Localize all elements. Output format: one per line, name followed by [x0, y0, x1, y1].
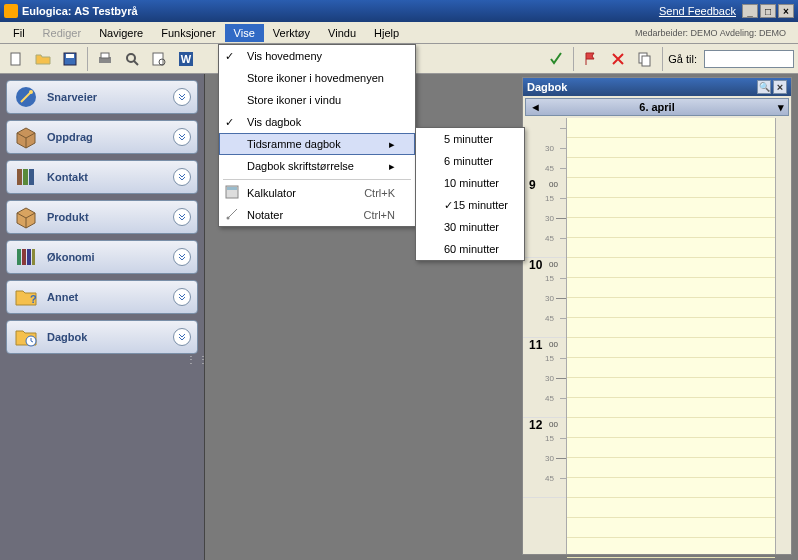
- svg-point-5: [127, 54, 135, 62]
- sidebar-item-oppdrag[interactable]: Oppdrag: [6, 120, 198, 154]
- open-icon[interactable]: [31, 47, 55, 71]
- time-slot[interactable]: [567, 178, 775, 198]
- menu-funksjoner[interactable]: Funksjoner: [152, 24, 224, 42]
- menu-item-label: Store ikoner i vindu: [247, 94, 341, 106]
- menu-item-tidsramme-dagbok[interactable]: Tidsramme dagbok▸: [219, 133, 415, 155]
- time-slot[interactable]: [567, 518, 775, 538]
- check-icon[interactable]: [544, 47, 568, 71]
- time-slot[interactable]: [567, 278, 775, 298]
- svg-rect-25: [227, 187, 237, 190]
- sidebar-item-annet[interactable]: ? Annet: [6, 280, 198, 314]
- menu-verktoy[interactable]: Verktøy: [264, 24, 319, 42]
- date-dropdown-icon[interactable]: ▾: [778, 101, 784, 114]
- delete-icon[interactable]: [606, 47, 630, 71]
- find-icon[interactable]: [147, 47, 171, 71]
- time-slot[interactable]: [567, 218, 775, 238]
- menu-item-label: Kalkulator: [247, 187, 296, 199]
- menu-item-store-ikoner-i-hovedmenyen[interactable]: Store ikoner i hovedmenyen: [219, 67, 415, 89]
- flag-icon[interactable]: [579, 47, 603, 71]
- preview-icon[interactable]: [120, 47, 144, 71]
- time-slot[interactable]: [567, 258, 775, 278]
- menu-vindu[interactable]: Vindu: [319, 24, 365, 42]
- time-slot[interactable]: [567, 138, 775, 158]
- chevron-down-icon: [173, 288, 191, 306]
- sidebar-item-produkt[interactable]: Produkt: [6, 200, 198, 234]
- time-slot[interactable]: [567, 398, 775, 418]
- hour-gutter: 3045900153045100015304511001530451200153…: [523, 118, 567, 554]
- menu-vise[interactable]: Vise: [225, 24, 264, 42]
- close-button[interactable]: ×: [778, 4, 794, 18]
- shortcut-label: Ctrl+K: [364, 187, 395, 199]
- minimize-button[interactable]: _: [742, 4, 758, 18]
- menu-bar: Fil Rediger Navigere Funksjoner Vise Ver…: [0, 22, 798, 44]
- maximize-button[interactable]: □: [760, 4, 776, 18]
- folder-clock-icon: [13, 324, 39, 350]
- send-feedback-link[interactable]: Send Feedback: [659, 5, 736, 17]
- word-icon[interactable]: W: [174, 47, 198, 71]
- books2-icon: [13, 244, 39, 270]
- date-prev-icon[interactable]: ◄: [530, 101, 541, 113]
- time-slot[interactable]: [567, 358, 775, 378]
- time-slot[interactable]: [567, 378, 775, 398]
- menu-hjelp[interactable]: Hjelp: [365, 24, 408, 42]
- submenu-item-15-minutter[interactable]: ✓15 minutter: [416, 194, 524, 216]
- svg-rect-15: [17, 169, 22, 185]
- time-slot[interactable]: [567, 298, 775, 318]
- svg-point-26: [227, 217, 230, 220]
- calculator-icon: [225, 185, 241, 201]
- menu-item-label: Store ikoner i hovedmenyen: [247, 72, 384, 84]
- time-slot[interactable]: [567, 438, 775, 458]
- sidebar-item-label: Kontakt: [47, 171, 88, 183]
- menu-item-kalkulator[interactable]: KalkulatorCtrl+K: [219, 182, 415, 204]
- scrollbar[interactable]: [775, 118, 791, 554]
- dagbok-date-bar[interactable]: ◄ 6. april ▾: [525, 98, 789, 116]
- time-slot[interactable]: [567, 538, 775, 558]
- sidebar-item-label: Produkt: [47, 211, 89, 223]
- menu-item-label: Notater: [247, 209, 283, 221]
- time-slot[interactable]: [567, 338, 775, 358]
- svg-rect-2: [66, 54, 74, 58]
- menu-rediger[interactable]: Rediger: [34, 24, 91, 42]
- time-slot[interactable]: [567, 158, 775, 178]
- menu-fil[interactable]: Fil: [4, 24, 34, 42]
- check-icon: ✓: [444, 199, 453, 212]
- time-slot[interactable]: [567, 478, 775, 498]
- time-slot[interactable]: [567, 498, 775, 518]
- sidebar-item-økonomi[interactable]: Økonomi: [6, 240, 198, 274]
- go-to-input[interactable]: [704, 50, 794, 68]
- submenu-item-label: 30 minutter: [444, 221, 499, 233]
- time-slot[interactable]: [567, 458, 775, 478]
- time-slot[interactable]: [567, 318, 775, 338]
- time-slot[interactable]: [567, 238, 775, 258]
- menu-item-store-ikoner-i-vindu[interactable]: Store ikoner i vindu: [219, 89, 415, 111]
- print-icon[interactable]: [93, 47, 117, 71]
- menu-item-vis-hovedmeny[interactable]: ✓Vis hovedmeny: [219, 45, 415, 67]
- close-panel-icon[interactable]: ×: [773, 80, 787, 94]
- menu-item-notater[interactable]: NotaterCtrl+N: [219, 204, 415, 226]
- time-slot[interactable]: [567, 198, 775, 218]
- menu-item-vis-dagbok[interactable]: ✓Vis dagbok: [219, 111, 415, 133]
- status-label: Medarbeider: DEMO Avdeling: DEMO: [635, 28, 794, 38]
- search-icon[interactable]: 🔍: [757, 80, 771, 94]
- dagbok-title: Dagbok: [527, 81, 567, 93]
- menu-item-dagbok-skriftstørrelse[interactable]: Dagbok skriftstørrelse▸: [219, 155, 415, 177]
- time-slot[interactable]: [567, 418, 775, 438]
- sidebar-item-snarveier[interactable]: Snarveier: [6, 80, 198, 114]
- menu-navigere[interactable]: Navigere: [90, 24, 152, 42]
- submenu-item-10-minutter[interactable]: 10 minutter: [416, 172, 524, 194]
- time-slot[interactable]: [567, 118, 775, 138]
- submenu-item-6-minutter[interactable]: 6 minutter: [416, 150, 524, 172]
- submenu-item-30-minutter[interactable]: 30 minutter: [416, 216, 524, 238]
- sidebar-item-dagbok[interactable]: Dagbok: [6, 320, 198, 354]
- hour-label: 11: [529, 338, 542, 352]
- save-icon[interactable]: [58, 47, 82, 71]
- time-slots[interactable]: [567, 118, 775, 554]
- sidebar-item-kontakt[interactable]: Kontakt: [6, 160, 198, 194]
- copy-icon[interactable]: [633, 47, 657, 71]
- chevron-down-icon: [173, 128, 191, 146]
- new-icon[interactable]: [4, 47, 28, 71]
- submenu-item-5-minutter[interactable]: 5 minutter: [416, 128, 524, 150]
- submenu-item-60-minutter[interactable]: 60 minutter: [416, 238, 524, 260]
- svg-rect-20: [27, 249, 31, 265]
- window-title: Eulogica: AS Testbyrå: [22, 5, 659, 17]
